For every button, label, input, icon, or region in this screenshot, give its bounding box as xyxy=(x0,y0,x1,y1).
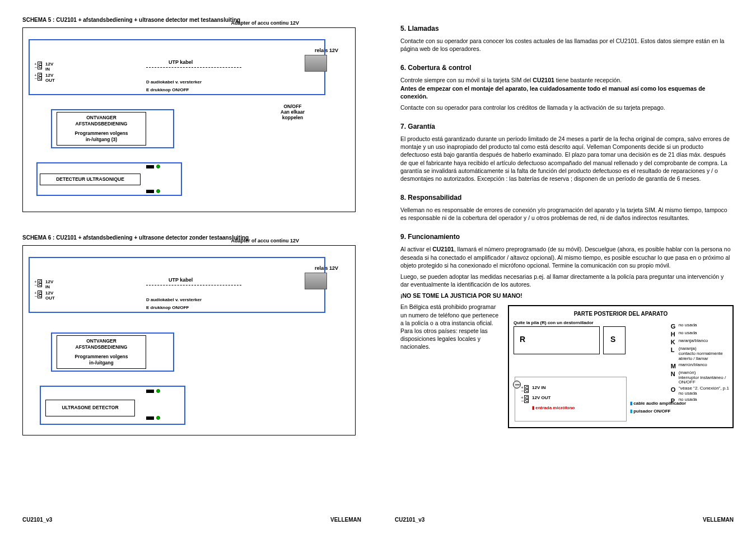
footer-doc-id-r: CU2101_v3 xyxy=(395,517,424,523)
audio-d: D audiokabel v. versterker xyxy=(146,79,202,85)
utp-label-6: UTP kabel xyxy=(169,277,193,283)
btn-onoff: ▮ pulsador ON/OFF xyxy=(630,409,670,414)
p-func-1: Al activar el CU2101, llamará el número … xyxy=(400,245,734,269)
adapter-label: Adapter of accu continu 12V xyxy=(231,20,299,26)
conn-p: Pno usada xyxy=(671,397,729,404)
mic-in: ▮ entrada micrófono xyxy=(532,405,575,410)
detector-frame-6 xyxy=(40,386,185,425)
ontvanger-frame-6 xyxy=(51,332,174,372)
conn-o: O"véase "2. Conexión", p.1 no usada xyxy=(671,386,729,396)
audio-e-6: E drukknop ON/OFF xyxy=(146,305,189,310)
conn-m: Mmarrón/blanco xyxy=(671,363,729,369)
footer-left-page: CU2101_v3 VELLEMAN xyxy=(22,517,361,523)
p-llamadas: Contacte con su operador para conocer lo… xyxy=(400,37,734,53)
plug-row-2-6 xyxy=(146,416,160,420)
audio-d-6: D audiokabel v. versterker xyxy=(146,297,202,302)
utp-cable xyxy=(146,67,241,68)
left-page: SCHEMA 5 : CU2101 + afstandsbediening + … xyxy=(22,17,361,523)
right-page: 5. Llamadas Contacte con su operador par… xyxy=(395,17,734,523)
p-garantia: El producto está garantizado durante un … xyxy=(400,135,734,182)
connector-list: Gno usada Hno usada Knaranja/blanco L(na… xyxy=(671,323,729,405)
p-cobertura-bold: Antes de empezar con el montaje del apar… xyxy=(400,85,705,100)
footer-brand-r: VELLEMAN xyxy=(703,517,734,523)
io-block: +– 12V IN +– 12V OUT ▮ entrada micrófono xyxy=(515,377,627,421)
s-box: S xyxy=(603,326,626,354)
h-cobertura: 6. Cobertura & control xyxy=(400,64,734,72)
back-panel-title: PARTE POSTERIOR DEL APARATO xyxy=(514,311,728,317)
p-func-2: Luego, se pueden adoptar las medidas nec… xyxy=(400,273,734,288)
conn-k: Knaranja/blanco xyxy=(671,339,729,345)
footer-right-page: CU2101_v3 VELLEMAN xyxy=(395,517,734,523)
conn-h: Hno usada xyxy=(671,331,729,338)
screw-icon xyxy=(513,381,521,388)
h-llamadas: 5. Llamadas xyxy=(400,25,734,32)
conn-l: L(naranja) contacto normalmente abierto … xyxy=(671,346,729,361)
schema6-title: SCHEMA 6 : CU2101 + afstandsbediening + … xyxy=(22,235,356,241)
r-box: R xyxy=(514,326,600,354)
utp-label: UTP kabel xyxy=(169,59,193,65)
footer-doc-id: CU2101_v3 xyxy=(22,517,52,523)
back-panel-wrap: PARTE POSTERIOR DEL APARATO Quite la pil… xyxy=(508,303,734,428)
ontvanger-frame xyxy=(51,109,174,148)
adapter-label-6: Adapter of accu continu 12V xyxy=(231,238,299,243)
audio-e: E drukknop ON/OFF xyxy=(146,87,189,92)
h-funcionamiento: 9. Funcionamiento xyxy=(400,233,734,241)
utp-cable-6 xyxy=(146,285,241,285)
onoff-note: ON/OFF Aan elkaar koppelen xyxy=(281,104,305,120)
schema5-diagram: Adapter of accu continu 12V relais 12V +… xyxy=(22,27,356,212)
plug-row-2 xyxy=(146,189,160,193)
back-panel: PARTE POSTERIOR DEL APARATO Quite la pil… xyxy=(508,305,734,428)
footer-brand: VELLEMAN xyxy=(330,517,361,523)
h-garantia: 7. Garantía xyxy=(400,123,734,130)
func-columns: En Bélgica está prohibido programar un n… xyxy=(400,303,734,428)
schema5-title: SCHEMA 5 : CU2101 + afstandsbediening + … xyxy=(22,17,356,23)
plug-row-1 xyxy=(146,165,160,168)
detector-frame-5 xyxy=(36,162,182,196)
p-func-3: ¡NO SE TOME LA JUSTICIA POR SU MANO! xyxy=(400,292,734,299)
h-responsabilidad: 8. Responsabilidad xyxy=(400,194,734,202)
rs-row: R S xyxy=(514,326,626,354)
relay-icon-6 xyxy=(305,273,327,289)
p-cobertura-3: Contacte con su operador para controlar … xyxy=(400,104,734,111)
relay-icon xyxy=(305,55,327,72)
belgium-note: En Bélgica está prohibido programar un n… xyxy=(400,303,501,350)
plug-row-1-6 xyxy=(146,389,160,393)
p-cobertura-1: Controle siempre con su móvil si la tarj… xyxy=(400,76,734,100)
conn-g: Gno usada xyxy=(671,323,729,330)
conn-n: N(marrón) interruptor instantáneo / ON/O… xyxy=(671,371,729,385)
p-responsabilidad: Velleman no es responsable de errores de… xyxy=(400,206,734,222)
schema6-diagram: Adapter of accu continu 12V relais 12V +… xyxy=(22,245,356,435)
